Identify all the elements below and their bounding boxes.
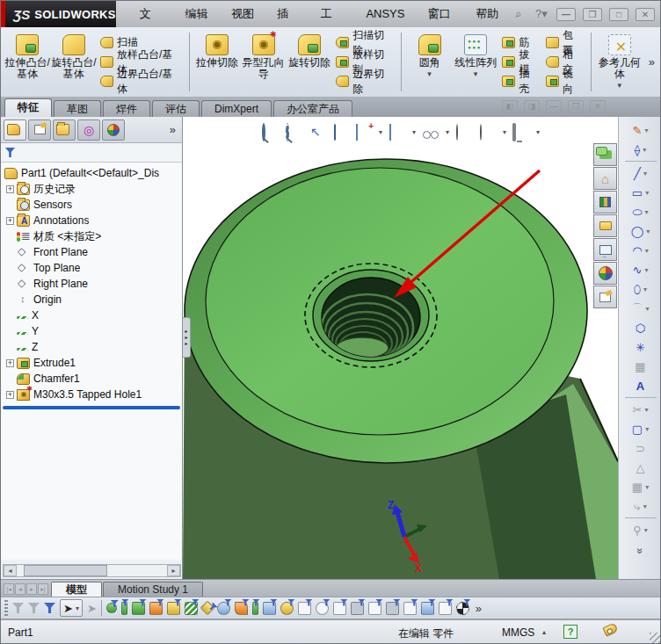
design-library-tab[interactable] xyxy=(593,191,617,213)
filter-cosmetic-threads-icon[interactable] xyxy=(439,602,452,615)
next-tab-icon[interactable]: ▸ xyxy=(26,583,37,595)
linear-sketch-pattern-button[interactable]: ▦▾ xyxy=(621,477,660,496)
filter-midpoints-icon[interactable] xyxy=(252,602,258,615)
hide-show-items-icon[interactable] xyxy=(422,127,439,142)
view-orientation-icon[interactable] xyxy=(355,125,373,141)
filter-geometric-tolerances-icon[interactable] xyxy=(351,602,364,615)
custom-properties-tab[interactable] xyxy=(593,286,617,308)
filter-blocks-icon[interactable] xyxy=(421,602,434,615)
revolved-cut-button[interactable]: 旋转切除 xyxy=(287,32,333,93)
section-view-icon[interactable] xyxy=(331,125,349,141)
edit-appearance-icon[interactable] xyxy=(455,125,473,141)
menu-view[interactable]: 视图(V) xyxy=(220,4,265,24)
scroll-left-icon[interactable]: ◂ xyxy=(4,565,17,576)
boundary-boss-button[interactable]: 边界凸台/基体 xyxy=(98,73,183,90)
sketch-fillet-button[interactable]: ⌒▾ xyxy=(621,299,660,318)
tree-item-extrude1[interactable]: + Extrude1 xyxy=(1,355,182,371)
menu-window[interactable]: 窗口(W) xyxy=(417,4,465,24)
quick-snaps-button[interactable]: ⚲▾ xyxy=(621,520,660,539)
convert-entities-button[interactable]: ▢▾ xyxy=(621,419,660,438)
tab-dimxpert[interactable]: DimXpert xyxy=(201,100,272,117)
scrollbar-thumb[interactable] xyxy=(24,565,107,576)
fm-overflow-chevron[interactable]: » xyxy=(170,123,179,136)
tab-evaluate[interactable]: 评估 xyxy=(152,100,200,117)
menu-tools[interactable]: 工具(T) xyxy=(309,4,355,24)
apply-scene-icon[interactable] xyxy=(479,125,497,141)
select-other-icon[interactable]: ➤ xyxy=(87,602,97,615)
linear-pattern-button[interactable]: 线性阵列 ▾ xyxy=(453,32,499,93)
quick-tips-icon[interactable]: ? xyxy=(563,625,577,639)
tree-item-top-plane[interactable]: Top Plane xyxy=(1,260,182,276)
collapse-left-pane-button[interactable]: ◧ xyxy=(502,100,518,113)
menu-ansys[interactable]: ANSYS 15.0 xyxy=(354,4,416,24)
restore-button[interactable]: ❐ xyxy=(583,8,602,21)
menu-file[interactable]: 文件(F) xyxy=(128,4,174,24)
toolbar-drag-handle[interactable] xyxy=(4,600,8,616)
hole-wizard-button[interactable]: 异型孔向导 xyxy=(240,32,287,93)
shell-button[interactable]: 抽壳 xyxy=(500,73,541,90)
clear-all-filters-icon[interactable] xyxy=(12,603,24,613)
toggle-selection-filters-icon[interactable] xyxy=(44,603,55,613)
tree-horizontal-scrollbar[interactable]: ◂ ▸ xyxy=(3,564,181,577)
zoom-to-area-icon[interactable] xyxy=(284,125,301,141)
configurationmanager-tab[interactable] xyxy=(53,119,76,141)
displaymanager-tab[interactable] xyxy=(102,119,125,141)
display-style-icon[interactable] xyxy=(389,125,406,141)
tree-item-sensors[interactable]: Sensors xyxy=(1,197,182,213)
propertymanager-tab[interactable] xyxy=(28,119,51,141)
view-palette-tab[interactable] xyxy=(593,238,617,261)
tree-item-annotations[interactable]: + Annotations xyxy=(1,213,182,228)
tags-icon[interactable] xyxy=(602,622,618,636)
first-tab-icon[interactable]: |◂ xyxy=(4,583,14,595)
help-icon[interactable]: ?▾ xyxy=(534,7,549,21)
rollback-bar[interactable] xyxy=(3,406,180,409)
dimxpertmanager-tab[interactable]: ◎ xyxy=(77,119,100,141)
zoom-to-fit-icon[interactable] xyxy=(260,125,278,141)
filter-centerlines-icon[interactable] xyxy=(280,602,294,615)
scroll-right-icon[interactable]: ▸ xyxy=(167,565,180,576)
filter-connection-points-icon[interactable] xyxy=(456,602,469,615)
display-relations-button[interactable]: △ xyxy=(621,458,660,477)
apply-scene-dropdown-icon[interactable]: ▾ xyxy=(503,128,506,136)
filter-planes-icon[interactable] xyxy=(200,601,214,616)
solidworks-forum-tab[interactable] xyxy=(593,143,617,166)
text-button[interactable]: A xyxy=(621,376,660,395)
featuremanager-tree-tab[interactable] xyxy=(4,119,26,141)
view-settings-dropdown-icon[interactable]: ▾ xyxy=(536,128,540,136)
select-dropdown-icon[interactable]: ▾ xyxy=(76,604,79,612)
tree-item-tapped-hole[interactable]: + M30x3.5 Tapped Hole1 xyxy=(1,387,182,402)
display-style-dropdown-icon[interactable]: ▾ xyxy=(412,128,416,136)
panel-splitter-handle[interactable]: ▸▸▸ xyxy=(183,317,191,358)
filter-center-marks-icon[interactable] xyxy=(263,602,276,615)
line-button[interactable]: ╱▾ xyxy=(621,163,660,183)
mirror-button[interactable]: 镜向 xyxy=(544,73,585,90)
revolved-boss-button[interactable]: 旋转凸台/基体 xyxy=(51,32,98,93)
tab-sketch[interactable]: 草图 xyxy=(54,100,101,117)
tree-item-right-plane[interactable]: Right Plane xyxy=(1,276,182,292)
tree-item-front-plane[interactable]: Front Plane xyxy=(1,244,182,260)
hide-show-dropdown-icon[interactable]: ▾ xyxy=(446,128,449,136)
filter-sketch-segments-icon[interactable] xyxy=(235,602,248,615)
linear-pattern-dropdown-icon[interactable]: ▾ xyxy=(474,69,478,78)
ellipse-button[interactable]: ⬯▾ xyxy=(621,279,660,299)
units-dropdown-icon[interactable]: ▴ xyxy=(542,628,546,636)
minimize-button[interactable]: — xyxy=(556,8,576,21)
file-explorer-tab[interactable] xyxy=(593,214,617,237)
straight-slot-button[interactable]: ⬭▾ xyxy=(621,202,660,221)
sketch-button[interactable]: ✎▾ xyxy=(621,120,660,140)
tree-item-axis-y[interactable]: Y xyxy=(1,323,182,339)
ribbon-overflow-chevron[interactable]: » xyxy=(647,55,661,69)
filter-solid-bodies-icon[interactable] xyxy=(167,602,180,615)
prev-tab-icon[interactable]: ◂ xyxy=(15,583,25,595)
status-units[interactable]: MMGS xyxy=(502,626,534,639)
reference-geometry-button[interactable]: 参考几何体 ▾ xyxy=(596,32,643,93)
expand-icon[interactable]: + xyxy=(6,391,14,399)
tree-item-axis-z[interactable]: Z xyxy=(1,339,182,355)
reference-geometry-dropdown-icon[interactable]: ▾ xyxy=(617,81,621,90)
extruded-boss-button[interactable]: 拉伸凸台/基体 xyxy=(4,32,51,93)
move-entities-button[interactable]: ⤷▾ xyxy=(621,496,660,516)
offset-entities-button[interactable]: ⊃ xyxy=(621,438,660,458)
tab-weldments[interactable]: 焊件 xyxy=(103,100,150,117)
filter-sketch-points-icon[interactable] xyxy=(217,602,230,615)
circle-button[interactable]: ◯▾ xyxy=(621,221,660,241)
